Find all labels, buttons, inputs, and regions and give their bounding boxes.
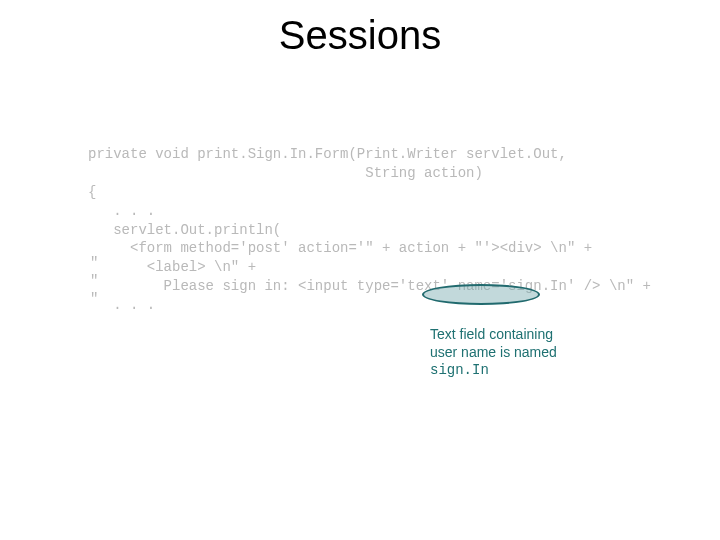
gutter-quote-1: "	[90, 255, 98, 271]
slide-title: Sessions	[0, 13, 720, 58]
gutter-quote-2: "	[90, 273, 98, 289]
code-line-2: String action)	[88, 165, 483, 181]
callout-line-2: user name is named	[430, 344, 557, 360]
code-line-6: <form method='post' action='" + action +…	[88, 240, 592, 256]
callout-text: Text field containing user name is named…	[430, 326, 630, 380]
highlight-oval	[422, 284, 540, 305]
code-line-4: . . .	[88, 203, 155, 219]
code-line-3: {	[88, 184, 96, 200]
code-block: private void print.Sign.In.Form(Print.Wr…	[88, 145, 688, 315]
callout-line-3: sign.In	[430, 362, 489, 378]
slide: Sessions private void print.Sign.In.Form…	[0, 0, 720, 540]
code-line-1: private void print.Sign.In.Form(Print.Wr…	[88, 146, 567, 162]
callout-line-1: Text field containing	[430, 326, 553, 342]
code-line-5: servlet.Out.println(	[88, 222, 281, 238]
gutter-quote-3: "	[90, 291, 98, 307]
code-line-8: Please sign in: <input type='text' name=…	[88, 278, 651, 294]
code-line-7: <label> \n" +	[88, 259, 256, 275]
